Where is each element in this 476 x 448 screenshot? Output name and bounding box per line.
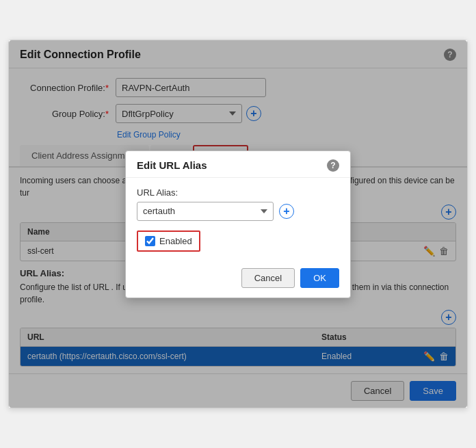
modal-help-icon[interactable]: ?: [327, 159, 339, 172]
modal-cancel-button[interactable]: Cancel: [241, 268, 295, 288]
modal-overlay: Edit URL Alias ? URL Alias: certauth + E…: [9, 40, 467, 408]
enabled-checkbox[interactable]: [145, 236, 155, 246]
modal-add-alias-button[interactable]: +: [279, 204, 294, 219]
modal-select-wrap: certauth +: [137, 202, 339, 221]
enabled-checkbox-row: Enabled: [137, 230, 200, 252]
modal-ok-button[interactable]: OK: [300, 268, 339, 288]
modal-body: URL Alias: certauth + Enabled: [126, 178, 350, 261]
modal-footer: Cancel OK: [126, 261, 350, 298]
enabled-label: Enabled: [159, 236, 192, 246]
url-alias-select[interactable]: certauth: [137, 202, 274, 221]
main-panel: Edit Connection Profile ? Connection Pro…: [8, 40, 468, 408]
url-alias-label: URL Alias:: [137, 187, 339, 198]
modal-dialog: Edit URL Alias ? URL Alias: certauth + E…: [125, 150, 351, 298]
modal-header: Edit URL Alias ?: [126, 151, 350, 178]
modal-title: Edit URL Alias: [137, 159, 207, 171]
